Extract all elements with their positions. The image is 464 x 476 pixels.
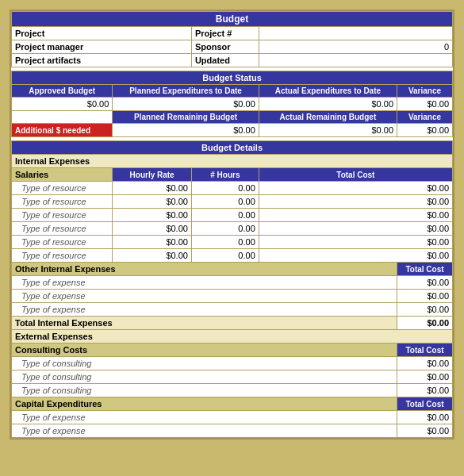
external-expenses-label: External Expenses bbox=[12, 330, 453, 344]
consulting-cost-1[interactable]: $0.00 bbox=[397, 357, 453, 370]
resource-rate-6[interactable]: $0.00 bbox=[113, 249, 192, 263]
budget-status-title: Budget Status bbox=[12, 71, 453, 85]
capital-expenditures-label: Capital Expenditures bbox=[12, 397, 397, 411]
resource-rate-2[interactable]: $0.00 bbox=[113, 195, 192, 209]
other-expense-name-1[interactable]: Type of expense bbox=[12, 276, 397, 290]
resource-rate-3[interactable]: $0.00 bbox=[113, 209, 192, 222]
resource-cost-1[interactable]: $0.00 bbox=[259, 182, 452, 195]
consulting-name-3[interactable]: Type of consulting bbox=[12, 384, 397, 397]
capital-cost-2[interactable]: $0.00 bbox=[397, 424, 453, 438]
resource-cost-6[interactable]: $0.00 bbox=[259, 249, 452, 263]
other-expense-row-2: Type of expense $0.00 bbox=[12, 290, 453, 303]
resource-hours-5[interactable]: 0.00 bbox=[191, 236, 259, 249]
updated-value[interactable] bbox=[259, 54, 452, 67]
resource-cost-3[interactable]: $0.00 bbox=[259, 209, 452, 222]
resource-hours-2[interactable]: 0.00 bbox=[191, 195, 259, 209]
planned-remaining-col: Planned Remaining Budget bbox=[113, 111, 259, 124]
budget-title: Budget bbox=[12, 12, 453, 27]
project-manager-label: Project manager bbox=[12, 40, 192, 54]
project-number-value[interactable] bbox=[259, 27, 452, 40]
resource-hours-4[interactable]: 0.00 bbox=[191, 222, 259, 236]
other-internal-label: Other Internal Expenses bbox=[12, 263, 397, 276]
resource-cost-5[interactable]: $0.00 bbox=[259, 236, 452, 249]
consulting-name-2[interactable]: Type of consulting bbox=[12, 370, 397, 384]
resource-hours-1[interactable]: 0.00 bbox=[191, 182, 259, 195]
actual-remaining-col: Actual Remaining Budget bbox=[259, 111, 397, 124]
resource-rate-5[interactable]: $0.00 bbox=[113, 236, 192, 249]
other-expense-cost-1[interactable]: $0.00 bbox=[397, 276, 453, 290]
planned-value[interactable]: $0.00 bbox=[113, 98, 259, 111]
resource-rate-4[interactable]: $0.00 bbox=[113, 222, 192, 236]
sponsor-label: Sponsor bbox=[191, 40, 259, 54]
actual-expenditures-col: Actual Expenditures to Date bbox=[259, 85, 397, 98]
other-total-cost-col: Total Cost bbox=[397, 263, 453, 276]
resource-name-1[interactable]: Type of resource bbox=[12, 182, 113, 195]
total-internal-label: Total Internal Expenses bbox=[12, 317, 397, 330]
consulting-total-cost-col: Total Cost bbox=[397, 344, 453, 357]
resource-name-3[interactable]: Type of resource bbox=[12, 209, 113, 222]
actual-remaining-value[interactable]: $0.00 bbox=[259, 124, 397, 137]
resource-row-5: Type of resource $0.00 0.00 $0.00 bbox=[12, 236, 453, 249]
resource-name-4[interactable]: Type of resource bbox=[12, 222, 113, 236]
consulting-row-3: Type of consulting $0.00 bbox=[12, 384, 453, 397]
other-expense-row-1: Type of expense $0.00 bbox=[12, 276, 453, 290]
capital-row-1: Type of expense $0.00 bbox=[12, 411, 453, 424]
other-expense-name-3[interactable]: Type of expense bbox=[12, 303, 397, 317]
budget-container: Budget Project Project # Project manager… bbox=[10, 10, 454, 440]
project-label: Project bbox=[12, 27, 192, 40]
variance-col: Variance bbox=[397, 85, 453, 98]
additional-needed-cell: Additional $ needed bbox=[12, 124, 113, 137]
consulting-name-1[interactable]: Type of consulting bbox=[12, 357, 397, 370]
planned-expenditures-col: Planned Expenditures to Date bbox=[113, 85, 259, 98]
hours-col: # Hours bbox=[191, 168, 259, 182]
resource-name-2[interactable]: Type of resource bbox=[12, 195, 113, 209]
consulting-row-2: Type of consulting $0.00 bbox=[12, 370, 453, 384]
capital-name-2[interactable]: Type of expense bbox=[12, 424, 397, 438]
resource-cost-2[interactable]: $0.00 bbox=[259, 195, 452, 209]
resource-row-2: Type of resource $0.00 0.00 $0.00 bbox=[12, 195, 453, 209]
other-expense-row-3: Type of expense $0.00 bbox=[12, 303, 453, 317]
actual-value[interactable]: $0.00 bbox=[259, 98, 397, 111]
capital-row-2: Type of expense $0.00 bbox=[12, 424, 453, 438]
resource-row-4: Type of resource $0.00 0.00 $0.00 bbox=[12, 222, 453, 236]
internal-expenses-label: Internal Expenses bbox=[12, 155, 453, 168]
capital-total-cost-col: Total Cost bbox=[397, 397, 453, 411]
resource-row-6: Type of resource $0.00 0.00 $0.00 bbox=[12, 249, 453, 263]
resource-row-3: Type of resource $0.00 0.00 $0.00 bbox=[12, 209, 453, 222]
resource-rate-1[interactable]: $0.00 bbox=[113, 182, 192, 195]
resource-hours-6[interactable]: 0.00 bbox=[191, 249, 259, 263]
other-expense-cost-3[interactable]: $0.00 bbox=[397, 303, 453, 317]
approved-budget-value[interactable]: $0.00 bbox=[12, 98, 113, 111]
other-expense-name-2[interactable]: Type of expense bbox=[12, 290, 397, 303]
total-internal-value[interactable]: $0.00 bbox=[397, 317, 453, 330]
project-number-label: Project # bbox=[191, 27, 259, 40]
resource-row-1: Type of resource $0.00 0.00 $0.00 bbox=[12, 182, 453, 195]
variance2-value[interactable]: $0.00 bbox=[397, 124, 453, 137]
updated-label: Updated bbox=[191, 54, 259, 67]
consulting-cost-3[interactable]: $0.00 bbox=[397, 384, 453, 397]
resource-name-6[interactable]: Type of resource bbox=[12, 249, 113, 263]
budget-details-title: Budget Details bbox=[12, 141, 453, 155]
variance-value[interactable]: $0.00 bbox=[397, 98, 453, 111]
variance2-col: Variance bbox=[397, 111, 453, 124]
resource-hours-3[interactable]: 0.00 bbox=[191, 209, 259, 222]
resource-name-5[interactable]: Type of resource bbox=[12, 236, 113, 249]
planned-remaining-value[interactable]: $0.00 bbox=[113, 124, 259, 137]
project-artifacts-label: Project artifacts bbox=[12, 54, 192, 67]
capital-name-1[interactable]: Type of expense bbox=[12, 411, 397, 424]
total-cost-col: Total Cost bbox=[259, 168, 452, 182]
resource-cost-4[interactable]: $0.00 bbox=[259, 222, 452, 236]
consulting-cost-2[interactable]: $0.00 bbox=[397, 370, 453, 384]
sponsor-value[interactable]: 0 bbox=[259, 40, 452, 54]
capital-cost-1[interactable]: $0.00 bbox=[397, 411, 453, 424]
consulting-row-1: Type of consulting $0.00 bbox=[12, 357, 453, 370]
hourly-rate-col: Hourly Rate bbox=[113, 168, 192, 182]
consulting-costs-label: Consulting Costs bbox=[12, 344, 397, 357]
other-expense-cost-2[interactable]: $0.00 bbox=[397, 290, 453, 303]
salaries-label: Salaries bbox=[12, 168, 113, 182]
approved-budget-col: Approved Budget bbox=[12, 85, 113, 98]
